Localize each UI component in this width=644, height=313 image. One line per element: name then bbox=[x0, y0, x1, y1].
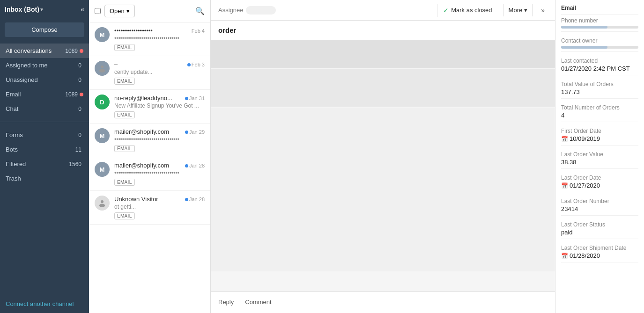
sidebar-item-unassigned[interactable]: Unassigned 0 bbox=[0, 73, 89, 87]
rp-section-total-value-orders: Total Value of Orders 137.73 bbox=[561, 81, 638, 99]
sidebar-item-label: All conversations bbox=[6, 47, 65, 54]
rp-section-last-order-status: Last Order Status paid bbox=[561, 221, 638, 239]
email-block-middle bbox=[211, 69, 555, 107]
rp-label: Phone number bbox=[561, 17, 638, 24]
email-badge: EMAIL bbox=[114, 111, 135, 118]
conversation-avatar bbox=[95, 196, 110, 211]
rp-bar bbox=[561, 46, 638, 49]
rp-section-last-order-number: Last Order Number 23414 bbox=[561, 198, 638, 216]
rp-value: 📅01/28/2020 bbox=[561, 252, 638, 259]
rp-section-last-order-value: Last Order Value 38.38 bbox=[561, 151, 638, 169]
conversation-date: Jan 28 bbox=[185, 197, 205, 202]
expand-button[interactable]: » bbox=[538, 4, 548, 17]
rp-divider bbox=[561, 215, 638, 216]
sidebar-item-count: 0 bbox=[78, 77, 81, 83]
rp-value: 23414 bbox=[561, 205, 638, 212]
conversation-date: Feb 4 bbox=[192, 28, 205, 34]
email-badge: EMAIL bbox=[114, 78, 135, 85]
sidebar-item-label: Email bbox=[6, 91, 65, 98]
sidebar-item-count: 1089 bbox=[65, 48, 78, 54]
rp-divider bbox=[561, 31, 638, 32]
open-filter-button[interactable]: Open ▾ bbox=[104, 5, 135, 17]
conversation-body: mailer@shopify.com Jan 29 ••••••••••••••… bbox=[114, 128, 205, 152]
conversation-item[interactable]: M mailer@shopify.com Jan 28 ••••••••••••… bbox=[89, 157, 210, 191]
mark-closed-button[interactable]: ✓ Mark as closed bbox=[437, 4, 497, 17]
sidebar-divider bbox=[0, 122, 89, 122]
rp-divider bbox=[561, 51, 638, 52]
conversation-date: Feb 3 bbox=[187, 62, 205, 67]
sidebar-item-label: Chat bbox=[6, 105, 78, 112]
more-button[interactable]: More ▾ bbox=[503, 4, 533, 16]
svg-point-0 bbox=[101, 66, 104, 68]
conversation-preview: cently update... bbox=[114, 69, 205, 75]
rp-label: Contact owner bbox=[561, 37, 638, 44]
rp-label: Last contacted bbox=[561, 58, 638, 64]
calendar-icon: 📅 bbox=[561, 253, 568, 259]
conversation-item[interactable]: – Feb 3 cently update... EMAIL bbox=[89, 56, 210, 90]
email-block-top bbox=[211, 40, 555, 68]
main-footer: ReplyComment bbox=[211, 291, 555, 313]
main-content: Assignee ✓ Mark as closed More ▾ » order… bbox=[211, 0, 555, 313]
sidebar-nav-secondary: Forms 0 Bots 11 Filtered 1560 Trash bbox=[0, 125, 89, 189]
chevron-down-icon: ▾ bbox=[524, 7, 527, 14]
right-panel-top-label: Email bbox=[561, 5, 638, 15]
conversation-name: mailer@shopify.com bbox=[114, 162, 169, 169]
conversation-body: •••••••••••••••••• Feb 4 •••••••••••••••… bbox=[114, 27, 205, 51]
conversation-avatar: M bbox=[95, 27, 110, 42]
rp-divider bbox=[561, 145, 638, 146]
collapse-icon[interactable]: « bbox=[81, 6, 84, 13]
conversation-item[interactable]: M mailer@shopify.com Jan 29 ••••••••••••… bbox=[89, 124, 210, 157]
conversation-avatar: D bbox=[95, 95, 110, 109]
assignee-area: Assignee bbox=[218, 6, 431, 15]
conversation-name: no-reply@leaddyno... bbox=[114, 95, 172, 102]
compose-button[interactable]: Compose bbox=[5, 22, 84, 37]
rp-divider bbox=[561, 262, 638, 262]
select-all-checkbox[interactable] bbox=[95, 8, 101, 14]
sidebar: Inbox (Bot) ▼ « Compose All conversation… bbox=[0, 0, 89, 313]
sidebar-item-email[interactable]: Email 1089 bbox=[0, 87, 89, 102]
sidebar-item-all-conversations[interactable]: All conversations 1089 bbox=[0, 44, 89, 58]
rp-label: Total Value of Orders bbox=[561, 81, 638, 87]
sidebar-item-chat[interactable]: Chat 0 bbox=[0, 102, 89, 116]
sidebar-item-label: Filtered bbox=[6, 160, 69, 167]
sidebar-item-filtered[interactable]: Filtered 1560 bbox=[0, 157, 89, 171]
footer-tab-reply[interactable]: Reply bbox=[218, 296, 234, 309]
rp-section-contact-owner: Contact owner bbox=[561, 37, 638, 52]
rp-value: paid bbox=[561, 229, 638, 236]
right-panel-sections: Phone number Contact owner Last contacte… bbox=[561, 17, 638, 262]
conversation-preview: ••••••••••••••••••••••••••••••••• bbox=[114, 170, 205, 176]
conversation-avatar: M bbox=[95, 128, 110, 143]
rp-section-last-contacted: Last contacted 01/27/2020 2:42 PM CST bbox=[561, 58, 638, 75]
open-label: Open bbox=[110, 7, 125, 15]
conversation-item[interactable]: Unknown Visitor Jan 28 ot getti... EMAIL bbox=[89, 191, 210, 225]
conversation-body: mailer@shopify.com Jan 28 ••••••••••••••… bbox=[114, 162, 205, 186]
rp-section-last-order-shipment: Last Order Shipment Date 📅01/28/2020 bbox=[561, 245, 638, 262]
connect-channel-link[interactable]: Connect another channel bbox=[0, 295, 89, 313]
conversation-item[interactable]: M •••••••••••••••••• Feb 4 •••••••••••••… bbox=[89, 22, 210, 56]
sidebar-item-forms[interactable]: Forms 0 bbox=[0, 128, 89, 142]
sidebar-item-label: Forms bbox=[6, 131, 78, 138]
mark-closed-label: Mark as closed bbox=[451, 7, 492, 14]
sidebar-item-label: Assigned to me bbox=[6, 62, 78, 69]
conversation-name: Unknown Visitor bbox=[114, 196, 158, 203]
conversation-item[interactable]: D no-reply@leaddyno... Jan 31 New Affili… bbox=[89, 90, 210, 124]
rp-value: 38.38 bbox=[561, 159, 638, 166]
conversation-date: Jan 31 bbox=[185, 95, 205, 101]
rp-divider bbox=[561, 192, 638, 192]
calendar-icon: 📅 bbox=[561, 182, 568, 189]
rp-divider bbox=[561, 98, 638, 99]
conversation-name: mailer@shopify.com bbox=[114, 128, 169, 135]
conversation-avatar bbox=[95, 61, 110, 76]
notification-dot bbox=[80, 49, 83, 53]
rp-section-first-order-date: First Order Date 📅10/09/2019 bbox=[561, 128, 638, 146]
sidebar-item-count: 11 bbox=[75, 146, 81, 153]
sidebar-item-bots[interactable]: Bots 11 bbox=[0, 142, 89, 157]
sidebar-item-trash[interactable]: Trash bbox=[0, 171, 89, 186]
sidebar-item-assigned-to-me[interactable]: Assigned to me 0 bbox=[0, 58, 89, 73]
svg-point-1 bbox=[99, 69, 105, 73]
conversation-body: Unknown Visitor Jan 28 ot getti... EMAIL bbox=[114, 196, 205, 219]
footer-tab-comment[interactable]: Comment bbox=[245, 296, 271, 309]
rp-label: Last Order Number bbox=[561, 198, 638, 204]
conversation-list: Open ▾ 🔍 M •••••••••••••••••• Feb 4 ••••… bbox=[89, 0, 211, 313]
search-button[interactable]: 🔍 bbox=[195, 7, 205, 15]
